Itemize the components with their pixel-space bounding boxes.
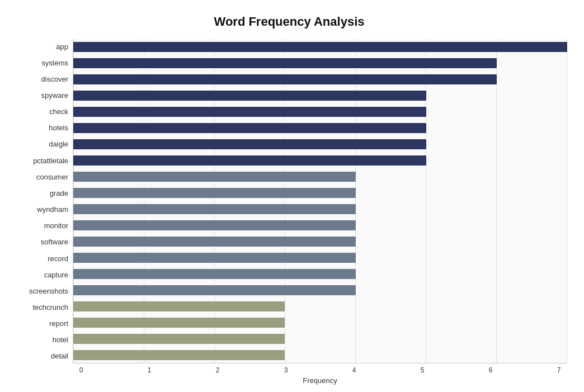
y-label: screenshots [11, 284, 68, 298]
bar [73, 172, 356, 182]
bar-row [73, 154, 567, 167]
x-tick: 7 [550, 366, 567, 374]
bar [73, 334, 285, 344]
bar-row [73, 106, 567, 118]
y-label: software [11, 235, 68, 249]
y-label: systems [11, 55, 68, 70]
bar-row [73, 268, 567, 280]
bar [73, 350, 285, 360]
x-axis-labels: 01234567 [73, 363, 567, 374]
bar [73, 58, 497, 68]
bar-row [73, 138, 567, 150]
bar-row [73, 349, 567, 361]
bars-container [73, 39, 567, 363]
bar-row [73, 203, 567, 215]
bar [73, 188, 356, 198]
y-label: grade [11, 186, 68, 200]
bar [73, 220, 356, 230]
bar [73, 301, 285, 311]
bar-row [73, 41, 567, 53]
bar [73, 123, 426, 133]
x-tick: 3 [277, 366, 294, 374]
x-tick: 5 [414, 366, 431, 374]
y-label: spyware [11, 88, 68, 102]
bar-row [73, 235, 567, 248]
bar [73, 253, 356, 263]
x-tick: 6 [482, 366, 499, 374]
y-label: detail [11, 349, 68, 363]
y-label: capture [11, 267, 68, 282]
y-label: pctattletale [11, 153, 68, 168]
chart-title: Word Frequency Analysis [11, 11, 567, 29]
x-tick: 2 [209, 366, 226, 374]
bar-row [73, 73, 567, 86]
plot-area [73, 39, 567, 363]
y-label: monitor [11, 219, 68, 233]
bar [73, 269, 356, 279]
bar [73, 204, 356, 214]
x-axis-title: Frequency [73, 376, 567, 385]
y-label: check [11, 105, 68, 119]
y-label: techcrunch [11, 300, 68, 315]
bar-row [73, 122, 567, 134]
x-tick: 4 [346, 366, 362, 374]
bar [73, 318, 285, 328]
y-label: record [11, 251, 68, 266]
bar-row [73, 219, 567, 232]
bar [73, 285, 356, 295]
bar [73, 42, 567, 52]
bar [73, 91, 426, 101]
chart-area: appsystemsdiscoverspywarecheckhotelsdaig… [11, 39, 567, 363]
bar-row [73, 317, 567, 329]
y-label: daigle [11, 137, 68, 152]
x-tick: 0 [73, 366, 90, 374]
bar [73, 155, 426, 166]
bar-row [73, 187, 567, 199]
bar-row [73, 284, 567, 296]
y-label: hotel [11, 333, 68, 347]
bar-row [73, 89, 567, 102]
bar-row [73, 333, 567, 345]
y-label: report [11, 317, 68, 331]
x-tick: 1 [141, 366, 158, 374]
bar [73, 237, 356, 247]
bar-row [73, 171, 567, 183]
chart-container: Word Frequency Analysis appsystemsdiscov… [0, 0, 584, 392]
y-axis: appsystemsdiscoverspywarecheckhotelsdaig… [11, 39, 73, 363]
bar [73, 107, 426, 117]
y-label: hotels [11, 121, 68, 135]
bar [73, 74, 497, 84]
bar-row [73, 252, 567, 264]
bar [73, 139, 426, 149]
y-label: consumer [11, 169, 68, 184]
y-label: discover [11, 72, 68, 86]
y-label: wyndham [11, 202, 68, 217]
y-label: app [11, 39, 68, 54]
bar-row [73, 57, 567, 69]
bar-row [73, 300, 567, 313]
